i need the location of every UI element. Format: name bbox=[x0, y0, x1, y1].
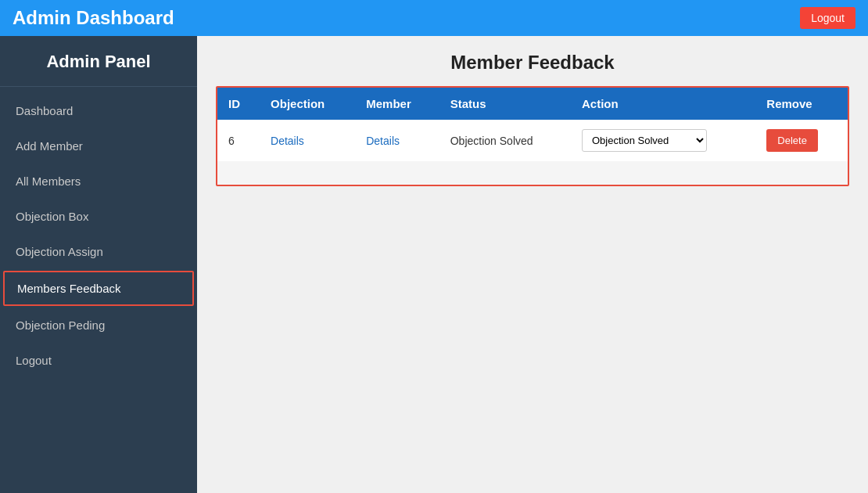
cell-action: Objection Solved Objection Pending Objec… bbox=[571, 120, 755, 161]
sidebar-item-objection-box[interactable]: Objection Box bbox=[0, 199, 197, 234]
sidebar: Admin Panel Dashboard Add Member All Mem… bbox=[0, 36, 197, 493]
feedback-table-container: ID Objection Member Status Action Remove… bbox=[216, 86, 849, 186]
main-content: Member Feedback ID Objection Member Stat… bbox=[197, 36, 868, 493]
sidebar-item-all-members[interactable]: All Members bbox=[0, 164, 197, 199]
cell-member: Details bbox=[355, 120, 439, 161]
cell-status: Objection Solved bbox=[439, 120, 571, 161]
objection-details-link[interactable]: Details bbox=[271, 135, 304, 147]
cell-remove: Delete bbox=[755, 120, 848, 161]
feedback-table: ID Objection Member Status Action Remove… bbox=[217, 88, 848, 185]
logout-button[interactable]: Logout bbox=[800, 7, 855, 29]
spacer-row bbox=[217, 161, 848, 185]
cell-objection: Details bbox=[260, 120, 355, 161]
header-title: Admin Dashboard bbox=[13, 7, 174, 29]
sidebar-item-dashboard[interactable]: Dashboard bbox=[0, 93, 197, 128]
action-select[interactable]: Objection Solved Objection Pending Objec… bbox=[582, 129, 707, 152]
sidebar-item-members-feedback[interactable]: Members Feedback bbox=[3, 271, 194, 306]
header: Admin Dashboard Logout bbox=[0, 0, 868, 36]
sidebar-item-add-member[interactable]: Add Member bbox=[0, 128, 197, 164]
col-action: Action bbox=[571, 88, 755, 120]
table-row: 6 Details Details Objection Solved Objec… bbox=[217, 120, 848, 161]
cell-id: 6 bbox=[217, 120, 260, 161]
col-objection: Objection bbox=[260, 88, 355, 120]
table-header-row: ID Objection Member Status Action Remove bbox=[217, 88, 848, 120]
sidebar-item-objection-assign[interactable]: Objection Assign bbox=[0, 234, 197, 269]
member-details-link[interactable]: Details bbox=[366, 135, 400, 147]
body-wrap: Admin Panel Dashboard Add Member All Mem… bbox=[0, 36, 868, 493]
col-status: Status bbox=[439, 88, 571, 120]
delete-button[interactable]: Delete bbox=[766, 129, 818, 152]
sidebar-title: Admin Panel bbox=[0, 36, 197, 87]
page-title: Member Feedback bbox=[216, 52, 849, 74]
sidebar-item-objection-peding[interactable]: Objection Peding bbox=[0, 308, 197, 343]
sidebar-item-logout[interactable]: Logout bbox=[0, 343, 197, 378]
col-id: ID bbox=[217, 88, 260, 120]
col-remove: Remove bbox=[755, 88, 848, 120]
col-member: Member bbox=[355, 88, 439, 120]
sidebar-nav: Dashboard Add Member All Members Objecti… bbox=[0, 93, 197, 378]
